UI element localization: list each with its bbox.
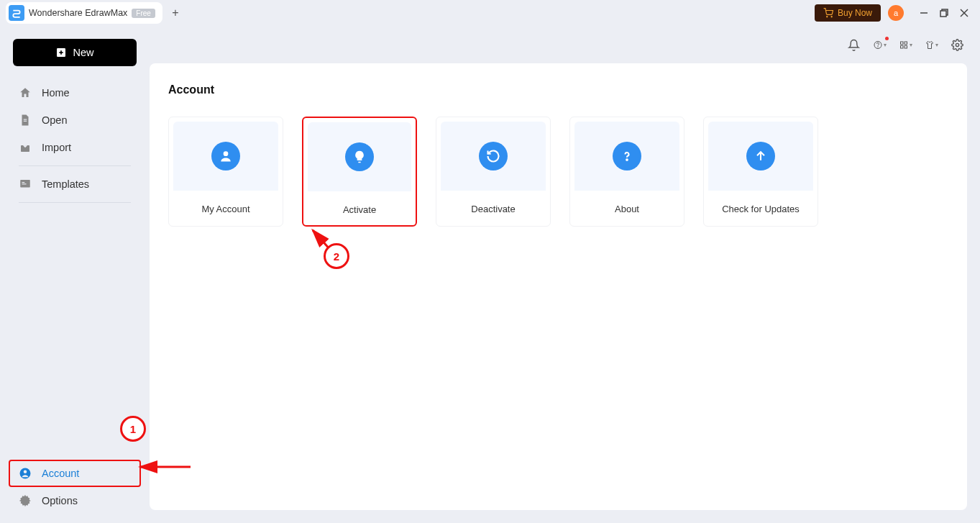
content: ▾ ▾ ▾ Account My Account Activate Deacti… <box>150 26 980 523</box>
app-tab[interactable]: Wondershare EdrawMax Free <box>6 2 162 24</box>
gear-icon <box>19 494 32 507</box>
app-title: Wondershare EdrawMax <box>29 8 127 18</box>
file-icon <box>19 114 32 127</box>
svg-point-1 <box>831 17 832 17</box>
svg-point-19 <box>878 46 879 47</box>
sidebar-item-import[interactable]: Import <box>9 134 141 161</box>
bell-icon[interactable] <box>848 38 861 51</box>
help-icon[interactable]: ▾ <box>874 38 887 51</box>
sidebar: New Home Open Import Templates Account O… <box>0 26 150 523</box>
plus-square-icon <box>55 47 67 58</box>
maximize-button[interactable] <box>934 3 954 23</box>
sidebar-item-open[interactable]: Open <box>9 106 141 134</box>
card-row: My Account Activate Deactivate About Che <box>168 117 948 227</box>
card-deactivate[interactable]: Deactivate <box>436 117 551 227</box>
sidebar-item-options[interactable]: Options <box>9 487 141 514</box>
cart-icon <box>823 8 833 18</box>
svg-point-24 <box>956 43 958 46</box>
buy-now-button[interactable]: Buy Now <box>815 4 881 22</box>
svg-rect-13 <box>22 182 25 183</box>
svg-rect-22 <box>901 45 904 48</box>
import-icon <box>19 141 32 154</box>
svg-rect-9 <box>24 119 27 120</box>
svg-point-26 <box>626 159 628 160</box>
settings-icon[interactable] <box>951 38 964 51</box>
top-toolbar: ▾ ▾ ▾ <box>150 26 980 63</box>
account-icon <box>19 467 32 480</box>
question-icon <box>613 142 641 170</box>
lightbulb-icon <box>345 142 374 171</box>
card-about[interactable]: About <box>569 117 684 227</box>
arrow-up-icon <box>746 142 775 170</box>
sidebar-item-home[interactable]: Home <box>9 79 141 106</box>
app-logo-icon <box>9 5 24 21</box>
divider <box>19 202 131 203</box>
new-tab-button[interactable]: + <box>168 6 183 20</box>
svg-rect-21 <box>905 42 907 45</box>
free-badge: Free <box>132 9 155 18</box>
close-button[interactable] <box>954 3 974 23</box>
templates-icon <box>19 178 32 191</box>
shirt-icon[interactable]: ▾ <box>925 38 938 51</box>
titlebar: Wondershare EdrawMax Free + Buy Now a <box>0 0 980 26</box>
panel-title: Account <box>168 83 948 96</box>
sidebar-item-account[interactable]: Account <box>9 460 141 487</box>
svg-rect-20 <box>901 42 904 45</box>
refresh-icon <box>479 142 508 170</box>
user-icon <box>211 142 240 170</box>
new-button[interactable]: New <box>13 39 137 66</box>
svg-rect-14 <box>22 183 27 184</box>
home-icon <box>19 86 32 99</box>
sidebar-item-templates[interactable]: Templates <box>9 170 141 198</box>
main-panel: Account My Account Activate Deactivate A… <box>150 63 967 510</box>
divider <box>19 165 131 166</box>
svg-rect-23 <box>905 45 907 48</box>
minimize-button[interactable] <box>914 3 934 23</box>
apps-icon[interactable]: ▾ <box>899 38 912 51</box>
svg-rect-10 <box>24 121 27 122</box>
card-activate[interactable]: Activate <box>302 117 417 227</box>
svg-rect-3 <box>940 11 946 17</box>
svg-point-16 <box>24 470 27 474</box>
svg-point-0 <box>827 17 828 17</box>
svg-point-25 <box>224 151 229 156</box>
card-my-account[interactable]: My Account <box>168 117 283 227</box>
card-updates[interactable]: Check for Updates <box>703 117 818 227</box>
user-avatar[interactable]: a <box>888 5 904 21</box>
